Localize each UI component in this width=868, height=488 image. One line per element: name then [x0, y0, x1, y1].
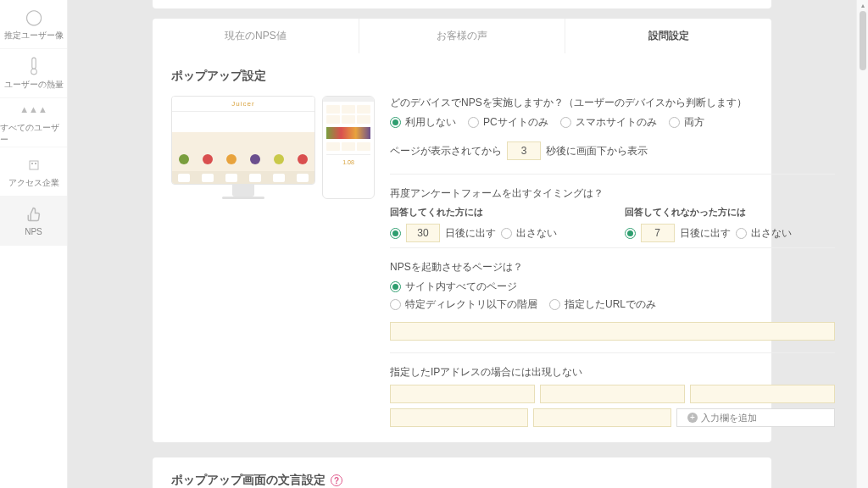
wording-settings-panel: ポップアップ画面の文言設定 ? PCサイト用 スマホサイト用 ✕ ✕ [153, 458, 771, 488]
radio-device-sp[interactable]: スマホサイトのみ [560, 115, 657, 130]
page-path-input[interactable] [390, 322, 835, 341]
ip-input-3[interactable] [690, 385, 835, 403]
sidebar-item-companies[interactable]: アクセス企業 [0, 147, 67, 197]
sidebar-item-all-users[interactable]: ▲▲▲ すべてのユーザー [0, 98, 67, 147]
radio-dot-icon [736, 228, 747, 239]
sidebar-item-persona[interactable]: ◯ 推定ユーザー像 [0, 0, 67, 49]
radio-dot-icon [560, 117, 571, 128]
answered-heading: 回答してくれた方には [390, 206, 601, 219]
preview-column: Juicer [171, 96, 375, 427]
sidebar-item-label: ユーザーの熱量 [4, 79, 64, 91]
popup-settings-panel: ポップアップ設定 Juicer [153, 53, 771, 442]
unanswered-heading: 回答してくれなかった方には [625, 206, 836, 219]
add-ip-field-button[interactable]: + 入力欄を追加 [676, 408, 835, 427]
ip-exclude-label: 指定したIPアドレスの場合には出現しない [390, 365, 835, 380]
radio-dot-icon [625, 228, 636, 239]
radio-dot-icon [390, 299, 401, 310]
svg-rect-4 [35, 163, 36, 164]
sidebar-item-label: NPS [25, 227, 42, 236]
divider [390, 247, 835, 248]
page-question: NPSを起動させるページは？ [390, 260, 835, 274]
delay-post-text: 秒後に画面下から表示 [546, 144, 648, 158]
help-icon[interactable]: ? [331, 474, 342, 486]
radio-dot-icon [390, 117, 401, 128]
sidebar-item-nps[interactable]: NPS [0, 197, 67, 246]
tab-current-nps[interactable]: 現在のNPS値 [153, 19, 359, 53]
radio-page-url[interactable]: 指定したURLでのみ [549, 297, 656, 312]
divider [390, 352, 835, 353]
tab-customer-voice[interactable]: お客様の声 [359, 19, 566, 53]
delay-pre-text: ページが表示されてから [390, 144, 502, 158]
device-question: どのデバイスでNPSを実施しますか？（ユーザーのデバイスから判断します） [390, 96, 835, 110]
ip-input-4[interactable] [390, 408, 528, 427]
main-content: 現在のNPS値 お客様の声 設問設定 ポップアップ設定 Juicer [68, 0, 856, 488]
mobile-preview[interactable]: 1.08 [322, 96, 375, 427]
sidebar-item-label: すべてのユーザー [0, 122, 67, 146]
ip-input-1[interactable] [390, 385, 535, 403]
svg-point-1 [31, 69, 36, 75]
radio-answered-days[interactable] [390, 228, 401, 239]
delay-seconds-input[interactable] [507, 141, 541, 160]
radio-unanswered-days[interactable] [625, 228, 636, 239]
radio-unanswered-noshow[interactable]: 出さない [736, 226, 792, 241]
tab-settings[interactable]: 設問設定 [565, 19, 771, 53]
unanswered-days-input[interactable] [641, 224, 675, 242]
answered-days-input[interactable] [406, 224, 440, 242]
radio-dot-icon [669, 117, 680, 128]
radio-dot-icon [549, 299, 560, 310]
preview-brand: Juicer [172, 97, 314, 112]
sidebar: ◯ 推定ユーザー像 ユーザーの熱量 ▲▲▲ すべてのユーザー アクセス企業 NP… [0, 0, 68, 488]
sidebar-item-label: アクセス企業 [8, 177, 59, 189]
svg-rect-3 [31, 163, 33, 164]
radio-dot-icon [501, 228, 512, 239]
divider [390, 174, 835, 175]
radio-answered-noshow[interactable]: 出さない [501, 226, 557, 241]
svg-rect-2 [30, 161, 38, 169]
preview-number: 1.08 [326, 154, 370, 169]
radio-device-both[interactable]: 両方 [669, 115, 704, 130]
top-card-fragment [153, 0, 771, 8]
radio-page-dir[interactable]: 特定ディレクトリ以下の階層 [390, 297, 537, 312]
tab-bar: 現在のNPS値 お客様の声 設問設定 [153, 19, 771, 53]
right-scrollbar[interactable]: ▴ [856, 0, 868, 488]
radio-device-none[interactable]: 利用しない [390, 115, 456, 130]
radio-page-all[interactable]: サイト内すべてのページ [390, 280, 517, 294]
settings-column: どのデバイスでNPSを実施しますか？（ユーザーのデバイスから判断します） 利用し… [390, 96, 835, 427]
section-title: ポップアップ設定 [171, 69, 753, 84]
svg-rect-0 [31, 58, 35, 69]
scroll-up-icon[interactable]: ▴ [861, 2, 865, 9]
scrollbar-thumb[interactable] [860, 11, 866, 70]
radio-dot-icon [468, 117, 479, 128]
thumbs-up-icon [26, 205, 42, 224]
thermometer-icon [28, 57, 40, 75]
plus-circle-icon: + [687, 413, 698, 423]
section-title: ポップアップ画面の文言設定 [171, 473, 326, 488]
radio-dot-icon [390, 228, 401, 239]
person-icon: ◯ [25, 8, 42, 26]
users-icon: ▲▲▲ [19, 100, 47, 119]
reask-question: 再度アンケートフォームを出すタイミングは？ [390, 186, 835, 201]
ip-input-5[interactable] [533, 408, 671, 427]
ip-input-2[interactable] [540, 385, 685, 403]
building-icon [27, 155, 41, 174]
sidebar-item-heat[interactable]: ユーザーの熱量 [0, 49, 67, 98]
desktop-preview[interactable]: Juicer [171, 96, 315, 427]
radio-dot-icon [390, 281, 401, 292]
sidebar-item-label: 推定ユーザー像 [4, 30, 64, 42]
radio-device-pc[interactable]: PCサイトのみ [468, 115, 548, 130]
